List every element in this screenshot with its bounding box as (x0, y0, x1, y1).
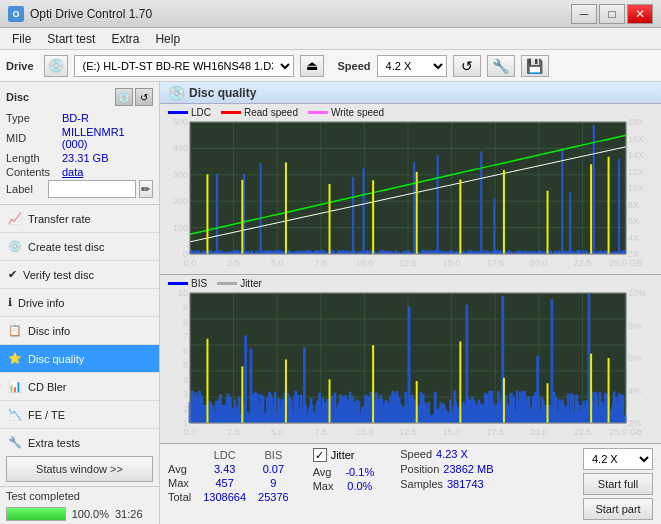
disc-info-label: Disc info (28, 325, 70, 337)
sidebar-item-fe-te[interactable]: 📉 FE / TE (0, 401, 159, 429)
read-speed-label: Read speed (244, 107, 298, 118)
create-test-disc-label: Create test disc (28, 241, 104, 253)
mid-value: MILLENMR1 (000) (62, 126, 153, 150)
start-part-button[interactable]: Start part (583, 498, 653, 520)
jitter-block: ✓ Jitter Avg -0.1% Max 0.0% (313, 448, 387, 493)
stats-table: LDC BIS Avg 3.43 0.07 Max 457 9 (168, 448, 301, 504)
bis-label: BIS (191, 278, 207, 289)
create-test-disc-icon: 💿 (8, 240, 22, 253)
sidebar-item-verify-test-disc[interactable]: ✔ Verify test disc (0, 261, 159, 289)
speed-stat-label: Speed (400, 448, 432, 460)
sidebar-item-drive-info[interactable]: ℹ Drive info (0, 289, 159, 317)
progress-text: 100.0% (72, 508, 109, 520)
title-bar: O Opti Drive Control 1.70 ─ □ ✕ (0, 0, 661, 28)
drive-info-label: Drive info (18, 297, 64, 309)
menu-file[interactable]: File (4, 30, 39, 48)
status-window-label: Status window >> (36, 463, 123, 475)
jitter-checkbox[interactable]: ✓ (313, 448, 327, 462)
sidebar-item-disc-quality[interactable]: ⭐ Disc quality (0, 345, 159, 373)
progress-bar-fill (7, 508, 65, 520)
legend-bis: BIS (168, 278, 207, 289)
transfer-rate-icon: 📈 (8, 212, 22, 225)
col-header-bis: BIS (258, 448, 301, 462)
label-edit-button[interactable]: ✏ (139, 180, 153, 198)
avg-bis: 0.07 (258, 462, 301, 476)
sidebar-item-extra-tests[interactable]: 🔧 Extra tests (0, 429, 159, 452)
position-label: Position (400, 463, 439, 475)
bottom-chart-canvas (160, 275, 661, 443)
disc-section: Disc 💿 ↺ Type BD-R MID MILLENMR1 (000) L… (0, 82, 159, 205)
right-panel: 💿 Disc quality LDC Read speed (160, 82, 661, 524)
progress-bar-container (6, 507, 66, 521)
fe-te-label: FE / TE (28, 409, 65, 421)
label-input[interactable] (48, 180, 136, 198)
samples-row: Samples 381743 (400, 478, 493, 490)
max-ldc: 457 (203, 476, 258, 490)
read-speed-color (221, 111, 241, 114)
jitter-avg-value: -0.1% (345, 465, 386, 479)
chart-header-icon: 💿 (168, 85, 185, 101)
refresh-button[interactable]: ↺ (453, 55, 481, 77)
max-bis: 9 (258, 476, 301, 490)
disc-info-icon: 📋 (8, 324, 22, 337)
type-label: Type (6, 112, 62, 124)
label-label: Label (6, 183, 45, 195)
label-row: Label ✏ (6, 180, 153, 198)
jitter-max-label: Max (313, 479, 346, 493)
nav-items: 📈 Transfer rate 💿 Create test disc ✔ Ver… (0, 205, 159, 452)
settings-button[interactable]: 🔧 (487, 55, 515, 77)
top-chart-canvas (160, 104, 661, 274)
start-full-button[interactable]: Start full (583, 473, 653, 495)
sidebar-item-disc-info[interactable]: 📋 Disc info (0, 317, 159, 345)
jitter-label-text: Jitter (331, 449, 355, 461)
top-chart: LDC Read speed Write speed (160, 104, 661, 275)
disc-type-field: Type BD-R (6, 112, 153, 124)
chart-title: Disc quality (189, 86, 256, 100)
legend-ldc: LDC (168, 107, 211, 118)
progress-bar-section: 100.0% 31:26 (0, 505, 159, 524)
col-header-empty (168, 448, 203, 462)
max-label: Max (168, 476, 203, 490)
save-button[interactable]: 💾 (521, 55, 549, 77)
length-label: Length (6, 152, 62, 164)
bis-color (168, 282, 188, 285)
total-ldc: 1308664 (203, 490, 258, 504)
menu-start-test[interactable]: Start test (39, 30, 103, 48)
menu-extra[interactable]: Extra (103, 30, 147, 48)
disc-icon-1[interactable]: 💿 (115, 88, 133, 106)
ldc-label: LDC (191, 107, 211, 118)
maximize-button[interactable]: □ (599, 4, 625, 24)
speed-stat-value: 4.23 X (436, 448, 468, 460)
action-section: 4.2 X Start full Start part (583, 448, 653, 520)
minimize-button[interactable]: ─ (571, 4, 597, 24)
eject-button[interactable]: ⏏ (300, 55, 324, 77)
sidebar-item-transfer-rate[interactable]: 📈 Transfer rate (0, 205, 159, 233)
verify-test-disc-label: Verify test disc (23, 269, 94, 281)
disc-icon-2[interactable]: ↺ (135, 88, 153, 106)
menu-help[interactable]: Help (147, 30, 188, 48)
disc-mid-field: MID MILLENMR1 (000) (6, 126, 153, 150)
speed-select[interactable]: 4.2 X (377, 55, 447, 77)
mid-label: MID (6, 132, 62, 144)
extra-tests-icon: 🔧 (8, 436, 22, 449)
drive-info-icon: ℹ (8, 296, 12, 309)
drive-label: Drive (6, 60, 34, 72)
sidebar-item-cd-bler[interactable]: 📊 CD Bler (0, 373, 159, 401)
speed-block: Speed 4.23 X Position 23862 MB Samples 3… (400, 448, 493, 490)
left-panel: Disc 💿 ↺ Type BD-R MID MILLENMR1 (000) L… (0, 82, 160, 524)
write-speed-label: Write speed (331, 107, 384, 118)
app-title: Opti Drive Control 1.70 (30, 7, 152, 21)
cd-bler-label: CD Bler (28, 381, 67, 393)
contents-value[interactable]: data (62, 166, 83, 178)
fe-te-icon: 📉 (8, 408, 22, 421)
sidebar-item-create-test-disc[interactable]: 💿 Create test disc (0, 233, 159, 261)
status-window-button[interactable]: Status window >> (6, 456, 153, 482)
drive-select[interactable]: (E:) HL-DT-ST BD-RE WH16NS48 1.D3 (74, 55, 294, 77)
stats-speed-select[interactable]: 4.2 X (583, 448, 653, 470)
close-button[interactable]: ✕ (627, 4, 653, 24)
verify-test-disc-icon: ✔ (8, 268, 17, 281)
disc-quality-label: Disc quality (28, 353, 84, 365)
menu-bar: File Start test Extra Help (0, 28, 661, 50)
jitter-color (217, 282, 237, 285)
speed-label: Speed (338, 60, 371, 72)
